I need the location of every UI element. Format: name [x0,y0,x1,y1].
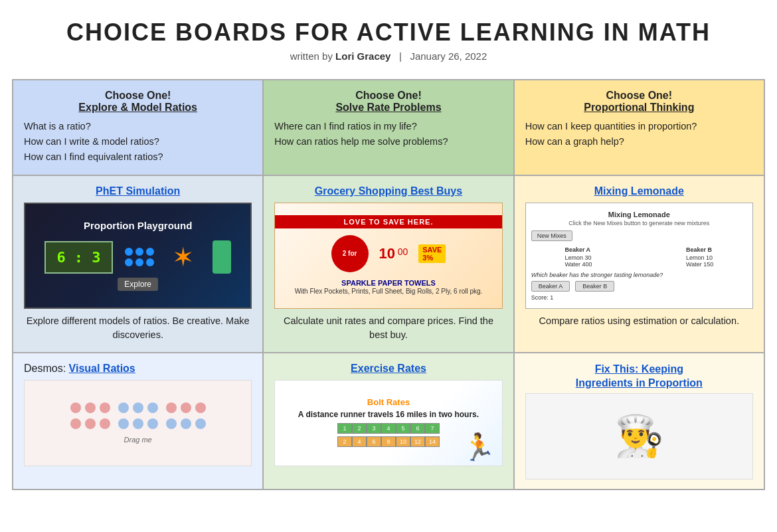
dot-pink [85,418,96,429]
grocery-desc: Calculate unit rates and compare prices.… [274,314,502,343]
lemonade-question: Which beaker has the stronger tasting le… [531,272,663,278]
exercise-image: Bolt Rates A distance runner travels 16 … [274,380,502,466]
beaker-a-water: Water 400 [564,261,592,268]
beaker-b-answer-btn[interactable]: Beaker B [575,281,614,292]
fix-link[interactable]: Fix This: KeepingIngredients in Proporti… [525,363,753,391]
new-mixes-btn[interactable]: New Mixes [531,230,572,241]
lemonade-answers: Beaker A Beaker B [531,281,615,292]
desmos-col-1 [70,402,110,429]
exercise-bar-bot: 2 4 6 8 10 12 14 [337,436,440,447]
phet-circle-row-1 [125,248,154,256]
beaker-b-label: Beaker B [686,246,713,253]
cell-r2c1: PhET Simulation Proportion Playground 6 … [13,176,264,353]
bar-cell: 6 [367,436,381,447]
exercise-link[interactable]: Exercise Rates [274,363,502,375]
bar-cell: 14 [425,436,440,447]
phet-image: Proportion Playground 6 : 3 [24,203,252,309]
bar-cell: 4 [352,436,367,447]
dot-blue [118,418,129,429]
chef-icon: 👨‍🍳 [614,412,664,460]
grocery-link[interactable]: Grocery Shopping Best Buys [274,185,502,197]
lemonade-subtitle: Click the New Mixes button to generate n… [531,220,747,226]
beaker-a-col: Beaker A Lemon 30 Water 400 [564,246,592,268]
phet-explore-label: Explore [118,278,158,291]
exercise-title: Bolt Rates [367,397,410,407]
board-row-1: Choose One! Explore & Model Ratios What … [13,80,764,176]
price-circle: 2 for [331,235,369,272]
choose-title-r1c3: Proportional Thinking [525,102,753,114]
cell-r1c1: Choose One! Explore & Model Ratios What … [13,80,264,175]
dot-blue [147,402,158,413]
separator: | [399,50,402,62]
desmos-dot-row [166,402,206,413]
dot-blue [166,418,177,429]
price-cents: 00 [398,246,408,256]
dot-pink [70,402,81,413]
beaker-a-answer-btn[interactable]: Beaker A [531,281,570,292]
board-row-2: PhET Simulation Proportion Playground 6 … [13,176,764,354]
board-row-3: Desmos: Visual Ratios [13,353,764,489]
page-header: CHOICE BOARDS FOR ACTIVE LEARNING IN MAT… [0,0,777,68]
cell-r1c3: Choose One! Proportional Thinking How ca… [515,80,764,175]
phet-title: Proportion Playground [84,220,192,231]
phet-circle-row-2 [125,258,154,266]
grocery-product: SPARKLE PAPER TOWELS [341,279,436,287]
dot-pink [70,418,81,429]
desmos-dot-row [118,402,158,413]
desmos-header: Desmos: Visual Ratios [24,363,252,375]
written-by-label: written by [290,50,333,62]
grocery-banner: LOVE TO SAVE HERE. [275,215,501,228]
phet-link[interactable]: PhET Simulation [24,185,252,197]
phet-star-icon: ✶ [172,242,195,272]
lemonade-title: Mixing Lemonade [531,211,747,219]
desmos-dot-row [166,418,206,429]
choose-one-r1c3: Choose One! [525,90,753,102]
cell-r2c3: Mixing Lemonade Mixing Lemonade Click th… [515,176,764,353]
for-text: 2 for [343,250,357,257]
phet-circle [125,258,133,266]
phet-circles [125,248,154,266]
desmos-dot-row [70,402,110,413]
desmos-dot-row [70,418,110,429]
bar-cell: 7 [425,423,440,434]
choose-one-r1c1: Choose One! [24,90,252,102]
phet-bottom: 6 : 3 [25,240,250,274]
page-wrapper: CHOICE BOARDS FOR ACTIVE LEARNING IN MAT… [0,0,777,490]
cell-r1c2: Choose One! Solve Rate Problems Where ca… [264,80,514,175]
cell-r3c2: Exercise Rates Bolt Rates A distance run… [264,353,514,489]
bar-cell: 2 [337,436,352,447]
phet-circle [125,248,133,256]
beaker-b-water: Water 150 [686,261,713,268]
dot-pink [85,402,96,413]
bar-cell: 10 [396,436,410,447]
lemonade-image: Mixing Lemonade Click the New Mixes butt… [525,203,753,309]
lemonade-link[interactable]: Mixing Lemonade [525,185,753,197]
dot-blue [147,418,158,429]
dot-pink [100,418,110,429]
bar-cell: 3 [367,423,381,434]
bar-cell: 5 [396,423,410,434]
choice-board: Choose One! Explore & Model Ratios What … [12,79,765,490]
bar-cell: 6 [410,423,425,434]
phet-desc: Explore different models of ratios. Be c… [24,314,252,343]
beaker-b-lemon: Lemon 10 [686,254,713,261]
choose-title-r1c2: Solve Rate Problems [274,102,502,114]
publish-date: January 26, 2022 [410,50,487,62]
price-big: 10 [379,245,395,262]
choose-one-r1c2: Choose One! [274,90,502,102]
cell-r3c3: Fix This: KeepingIngredients in Proporti… [515,353,764,489]
beaker-b-col: Beaker B Lemon 10 Water 150 [686,246,713,268]
dot-pink [195,402,206,413]
fix-image: 👨‍🍳 [525,393,753,480]
desmos-link[interactable]: Visual Ratios [69,363,135,374]
choose-questions-r1c1: What is a ratio? How can I write & model… [24,119,252,165]
dot-blue [133,402,143,413]
beaker-a-lemon: Lemon 30 [564,254,592,261]
dot-blue [118,402,129,413]
phet-ratio: 6 : 3 [44,241,112,274]
lemonade-desc: Compare ratios using estimation or calcu… [525,314,753,329]
price-main: 10 00 [379,245,408,262]
grocery-price: 2 for 10 00 SAVE3% [331,235,446,272]
phet-circle [146,248,154,256]
grocery-image: LOVE TO SAVE HERE. 2 for 10 00 SAVE3% SP… [274,203,502,309]
